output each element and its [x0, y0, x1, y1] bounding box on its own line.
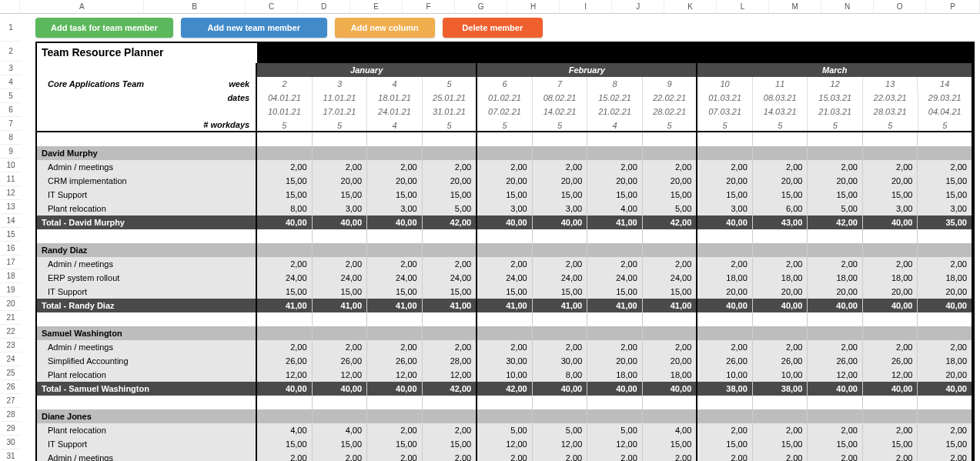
row-header[interactable]: 28: [0, 408, 22, 422]
cell[interactable]: [367, 229, 423, 243]
cell[interactable]: 5,00: [643, 202, 698, 215]
cell[interactable]: [808, 229, 863, 243]
cell[interactable]: 8,00: [533, 368, 588, 382]
cell[interactable]: 2,00: [257, 257, 313, 271]
row-header[interactable]: 12: [0, 186, 22, 200]
row-header[interactable]: 14: [0, 214, 22, 228]
cell[interactable]: 2,00: [477, 451, 533, 461]
cell[interactable]: [313, 229, 368, 243]
cell[interactable]: 20,00: [918, 368, 973, 382]
cell[interactable]: [808, 146, 863, 160]
row-header[interactable]: 3: [0, 62, 22, 75]
cell[interactable]: [477, 396, 533, 409]
cell[interactable]: [808, 396, 863, 409]
cell[interactable]: 13: [863, 77, 918, 91]
cell[interactable]: [587, 326, 643, 340]
person-name[interactable]: Diane Jones: [37, 409, 257, 423]
cell[interactable]: [863, 229, 918, 243]
task-name[interactable]: IT Support: [37, 437, 257, 451]
cell[interactable]: 4,00: [257, 423, 313, 437]
cell[interactable]: 24,00: [643, 271, 698, 285]
cell[interactable]: 2,00: [423, 451, 478, 461]
cell[interactable]: 40,00: [863, 299, 918, 312]
cell[interactable]: 40,00: [697, 215, 753, 229]
cell[interactable]: 15,00: [587, 285, 643, 299]
cell[interactable]: 8: [587, 77, 643, 91]
cell[interactable]: 2,00: [697, 257, 753, 271]
cell[interactable]: 18,00: [918, 271, 973, 285]
cell[interactable]: [423, 243, 478, 257]
cell[interactable]: 38,00: [697, 382, 753, 396]
cell[interactable]: [533, 326, 588, 340]
cell[interactable]: 15,00: [643, 285, 698, 299]
row-header[interactable]: 2: [0, 42, 22, 62]
col-header[interactable]: L: [717, 0, 769, 13]
row-header[interactable]: 15: [0, 228, 22, 242]
cell[interactable]: 15.03.21: [808, 91, 863, 105]
cell[interactable]: [587, 229, 643, 243]
cell[interactable]: 15,00: [697, 437, 753, 451]
cell[interactable]: 04.01.21: [257, 91, 313, 105]
cell[interactable]: 43,00: [753, 215, 808, 229]
cell[interactable]: [918, 243, 973, 257]
cell[interactable]: 41,00: [643, 299, 698, 312]
cell[interactable]: 15,00: [257, 188, 313, 202]
row-header[interactable]: 22: [0, 325, 22, 339]
cell[interactable]: 24,00: [367, 271, 423, 285]
cell[interactable]: 12,00: [257, 368, 313, 382]
cell[interactable]: 2,00: [313, 451, 368, 461]
cell[interactable]: 30,00: [533, 354, 588, 368]
cell[interactable]: 2,00: [808, 340, 863, 354]
cell[interactable]: 10: [697, 77, 753, 91]
cell[interactable]: 35,00: [918, 215, 973, 229]
cell[interactable]: 7: [533, 77, 588, 91]
cell[interactable]: [423, 312, 478, 326]
cell[interactable]: 5,00: [587, 423, 643, 437]
cell[interactable]: 5: [423, 119, 478, 131]
cell[interactable]: 24,00: [533, 271, 588, 285]
cell[interactable]: 20,00: [477, 174, 533, 188]
cell[interactable]: [643, 243, 698, 257]
cell[interactable]: 2,00: [367, 340, 423, 354]
cell[interactable]: 41,00: [533, 299, 588, 312]
cell[interactable]: 5,00: [423, 202, 478, 215]
cell[interactable]: 3,00: [477, 202, 533, 215]
cell[interactable]: 2,00: [863, 340, 918, 354]
row-header[interactable]: 8: [0, 131, 22, 145]
cell[interactable]: [643, 396, 698, 409]
cell[interactable]: 40,00: [753, 299, 808, 312]
cell[interactable]: 2,00: [918, 451, 973, 461]
cell[interactable]: 20,00: [643, 354, 698, 368]
cell[interactable]: [477, 132, 533, 146]
cell[interactable]: [697, 396, 753, 409]
task-name[interactable]: Admin / meetings: [37, 257, 257, 271]
cell[interactable]: 5: [697, 119, 753, 131]
cell[interactable]: [697, 132, 753, 146]
col-header[interactable]: N: [821, 0, 874, 13]
col-header[interactable]: C: [246, 0, 298, 13]
cell[interactable]: [753, 326, 808, 340]
cell[interactable]: 07.03.21: [697, 105, 753, 119]
cell[interactable]: 41,00: [587, 215, 643, 229]
cell[interactable]: 12,00: [367, 368, 423, 382]
cell[interactable]: [753, 146, 808, 160]
cell[interactable]: [257, 312, 313, 326]
cell[interactable]: 14: [918, 77, 973, 91]
cell[interactable]: 20,00: [863, 174, 918, 188]
cell[interactable]: 14.02.21: [533, 105, 588, 119]
cell[interactable]: [367, 396, 423, 409]
col-header[interactable]: K: [664, 0, 717, 13]
cell[interactable]: 20,00: [643, 174, 698, 188]
cell[interactable]: [753, 312, 808, 326]
row-header[interactable]: 21: [0, 311, 22, 325]
cell[interactable]: 3,00: [313, 202, 368, 215]
cell[interactable]: 26,00: [808, 354, 863, 368]
cell[interactable]: [423, 409, 478, 423]
cell[interactable]: [863, 146, 918, 160]
cell[interactable]: 2,00: [808, 257, 863, 271]
cell[interactable]: 2,00: [257, 451, 313, 461]
cell[interactable]: 21.02.21: [587, 105, 643, 119]
cell[interactable]: 26,00: [697, 354, 753, 368]
cell[interactable]: 2,00: [367, 160, 423, 174]
cell[interactable]: [753, 229, 808, 243]
